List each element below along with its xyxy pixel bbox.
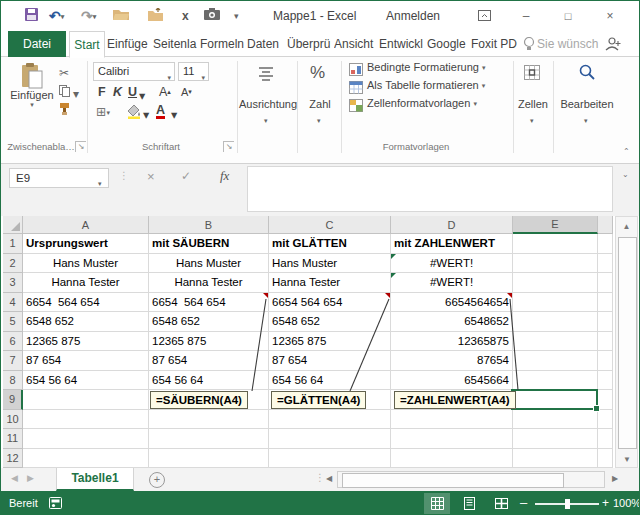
horizontal-scrollbar[interactable] xyxy=(337,471,605,488)
cell[interactable] xyxy=(513,234,598,254)
name-box-dropdown-icon[interactable]: ▾ xyxy=(98,175,102,193)
cell[interactable] xyxy=(149,410,269,430)
cell[interactable]: 87 654 xyxy=(269,351,391,371)
cell[interactable] xyxy=(598,410,613,430)
underline-button[interactable]: U xyxy=(128,85,137,99)
increase-font-icon[interactable]: A▴ xyxy=(159,85,171,99)
cell-styles-button[interactable]: Zellenformatvorlagen ▾ xyxy=(367,94,477,113)
sheet-nav-right-icon[interactable]: ▶ xyxy=(27,473,34,483)
font-name-dropdown-icon[interactable]: ▾ xyxy=(167,69,171,86)
cell[interactable] xyxy=(269,410,391,430)
cell[interactable] xyxy=(513,273,598,293)
tab-ansicht[interactable]: Ansicht xyxy=(334,31,376,57)
cell[interactable]: Hanna Tester xyxy=(269,273,391,293)
font-size-dropdown-icon[interactable]: ▾ xyxy=(201,69,205,86)
col-header-c[interactable]: C xyxy=(269,216,391,234)
font-dialog-launcher-icon[interactable]: ↘ xyxy=(223,141,234,152)
conditional-formatting-dropdown-icon[interactable]: ▾ xyxy=(482,64,486,71)
cell[interactable] xyxy=(513,429,598,449)
cell[interactable] xyxy=(23,449,149,469)
new-document-icon[interactable] xyxy=(148,8,163,21)
minimize-button[interactable]: – xyxy=(511,5,541,27)
cell[interactable] xyxy=(598,293,613,313)
tab-datei[interactable]: Datei xyxy=(8,31,66,57)
cell[interactable] xyxy=(269,449,391,469)
cell[interactable] xyxy=(391,410,513,430)
cell[interactable]: Hanna Tester xyxy=(149,273,269,293)
cell[interactable] xyxy=(513,312,598,332)
active-cell-selection[interactable] xyxy=(511,389,598,410)
cell[interactable]: Hans Muster xyxy=(269,254,391,274)
zoom-slider-thumb[interactable] xyxy=(565,499,570,509)
cell[interactable] xyxy=(23,390,149,410)
editing-dropdown-icon[interactable]: ▾ xyxy=(584,117,588,125)
scroll-down-icon[interactable]: ▼ xyxy=(623,455,631,464)
name-box[interactable]: E9 ▾ xyxy=(9,168,109,188)
col-header-e[interactable]: E xyxy=(513,216,598,234)
underline-dropdown-icon[interactable]: ▾ xyxy=(139,89,145,103)
undo-dropdown-icon[interactable]: ▾ xyxy=(61,13,65,20)
editing-button[interactable]: Bearbeiten xyxy=(557,95,617,113)
cell[interactable] xyxy=(598,371,613,391)
row-header[interactable]: 6 xyxy=(3,332,23,352)
decrease-font-icon[interactable]: A▾ xyxy=(181,85,192,99)
ribbon-display-options-icon[interactable] xyxy=(469,5,499,27)
cell[interactable]: 6654 564 654 xyxy=(23,293,149,313)
tab-daten[interactable]: Daten xyxy=(247,31,284,57)
tab-foxit-pdf[interactable]: Foxit PD xyxy=(471,31,517,57)
cell-with-comment[interactable]: 6654564654 xyxy=(391,293,513,313)
cell[interactable] xyxy=(598,390,613,410)
select-all-button[interactable] xyxy=(3,216,23,234)
cell[interactable] xyxy=(23,429,149,449)
row-header[interactable]: 3 xyxy=(3,273,23,293)
close-x-icon[interactable]: x xyxy=(182,8,189,24)
tab-ueberpruefen[interactable]: Überprü xyxy=(287,31,331,57)
tab-google[interactable]: Google xyxy=(427,31,469,57)
cell[interactable]: 6548652 xyxy=(391,312,513,332)
expand-formula-bar-icon[interactable]: ⌄ xyxy=(622,170,629,179)
cell-error[interactable]: #WERT! xyxy=(391,254,513,274)
format-as-table-button[interactable]: Als Tabelle formatieren ▾ xyxy=(367,76,485,95)
number-button[interactable]: Zahl xyxy=(301,95,339,113)
cell[interactable]: 654 56 64 xyxy=(23,371,149,391)
cell[interactable]: 87654 xyxy=(391,351,513,371)
zoom-in-button[interactable]: + xyxy=(602,496,609,510)
col-header-partial[interactable] xyxy=(598,216,613,234)
redo-button[interactable]: ↷▾ xyxy=(81,8,96,25)
cell[interactable] xyxy=(391,429,513,449)
cell[interactable]: 6548 652 xyxy=(149,312,269,332)
cell[interactable]: 654 56 64 xyxy=(149,371,269,391)
cell-error[interactable]: #WERT! xyxy=(391,273,513,293)
alignment-dropdown-icon[interactable]: ▾ xyxy=(264,117,268,125)
row-header[interactable]: 12 xyxy=(3,449,23,469)
tab-formeln[interactable]: Formeln xyxy=(200,31,244,57)
clipboard-dialog-launcher-icon[interactable]: ↘ xyxy=(75,141,86,152)
col-header-b[interactable]: B xyxy=(149,216,269,234)
conditional-formatting-button[interactable]: Bedingte Formatierung ▾ xyxy=(367,58,485,77)
cells-button[interactable]: Zellen xyxy=(515,95,551,113)
cells-dropdown-icon[interactable]: ▾ xyxy=(530,117,534,125)
number-dropdown-icon[interactable]: ▾ xyxy=(317,117,321,125)
cell[interactable] xyxy=(598,254,613,274)
maximize-button[interactable]: □ xyxy=(553,5,583,27)
save-icon[interactable] xyxy=(25,8,38,21)
row-header[interactable]: 11 xyxy=(3,429,23,449)
cell[interactable] xyxy=(149,449,269,469)
copy-dropdown-icon[interactable]: ▾ xyxy=(73,88,79,100)
cell[interactable] xyxy=(513,332,598,352)
open-folder-icon[interactable] xyxy=(113,8,129,20)
row-header[interactable]: 1 xyxy=(3,234,23,254)
paste-dropdown-icon[interactable]: ▾ xyxy=(9,101,55,109)
font-color-dropdown-icon[interactable]: ▾ xyxy=(171,108,177,122)
cell[interactable] xyxy=(598,429,613,449)
format-painter-icon[interactable] xyxy=(59,103,70,115)
cell[interactable] xyxy=(391,449,513,469)
col-header-d[interactable]: D xyxy=(391,216,513,234)
tab-einfuegen[interactable]: Einfüge xyxy=(107,31,151,57)
paste-button[interactable]: Einfügen ▾ xyxy=(9,63,55,109)
sign-in-link[interactable]: Anmelden xyxy=(386,9,440,23)
row-header[interactable]: 5 xyxy=(3,312,23,332)
cell[interactable] xyxy=(598,312,613,332)
new-sheet-button[interactable]: + xyxy=(149,472,165,488)
cell[interactable]: mit SÄUBERN xyxy=(149,234,269,254)
